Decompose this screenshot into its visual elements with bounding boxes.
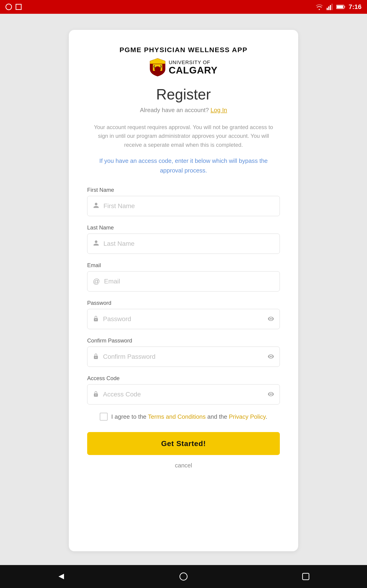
get-started-button[interactable]: Get Started! — [87, 432, 280, 455]
register-card: PGME PHYSICIAN WELLNESS APP — [69, 30, 298, 551]
last-name-label: Last Name — [87, 225, 280, 231]
first-name-label: First Name — [87, 187, 280, 193]
bottom-nav-bar — [0, 565, 367, 588]
status-bar-left-icons — [6, 4, 22, 10]
svg-rect-1 — [328, 6, 329, 10]
svg-rect-6 — [344, 6, 345, 8]
svg-point-19 — [180, 573, 187, 580]
terms-text-1: I agree to the — [111, 413, 146, 420]
terms-row: I agree to the Terms and Conditions and … — [87, 413, 280, 421]
last-name-input[interactable] — [103, 240, 274, 247]
status-bar-right-icons: 7:16 — [315, 3, 361, 10]
svg-marker-18 — [58, 574, 64, 579]
logo-text: UNIVERSITY OF CALGARY — [169, 60, 217, 75]
status-circle-icon — [6, 4, 12, 10]
status-square-icon — [16, 4, 22, 10]
logo-text-name: CALGARY — [169, 65, 217, 75]
signal-icon — [327, 4, 333, 10]
battery-icon — [336, 4, 345, 9]
password-label: Password — [87, 300, 280, 306]
at-icon-email: @ — [93, 277, 100, 285]
eye-icon-password[interactable] — [268, 315, 274, 323]
last-name-field-group: Last Name — [87, 225, 280, 254]
back-button[interactable] — [54, 570, 68, 583]
email-label: Email — [87, 262, 280, 268]
svg-rect-20 — [302, 573, 309, 580]
terms-checkbox[interactable] — [100, 413, 108, 421]
approval-info-text: Your account request requires approval. … — [90, 123, 277, 149]
confirm-password-label: Confirm Password — [87, 337, 280, 344]
already-account-text: Already have an account? — [140, 107, 209, 113]
terms-and-conditions-link[interactable]: Terms and Conditions — [148, 413, 206, 420]
svg-rect-2 — [330, 5, 331, 10]
access-code-input[interactable] — [103, 391, 268, 398]
access-code-note: If you have an access code, enter it bel… — [94, 156, 273, 175]
already-account-row: Already have an account? Log In — [140, 107, 227, 114]
register-heading: Register — [156, 86, 211, 103]
access-code-label: Access Code — [87, 375, 280, 381]
page-body: PGME PHYSICIAN WELLNESS APP — [0, 14, 367, 565]
lock-icon-access-code — [93, 390, 99, 398]
svg-rect-0 — [327, 8, 328, 10]
email-input[interactable] — [104, 278, 274, 285]
shield-icon — [149, 58, 166, 77]
email-field-group: Email @ — [87, 262, 280, 292]
recents-button[interactable] — [299, 570, 313, 583]
person-icon-firstname — [93, 202, 99, 210]
password-input-wrapper — [87, 309, 280, 329]
svg-point-14 — [270, 356, 272, 357]
confirm-password-field-group: Confirm Password — [87, 337, 280, 367]
email-input-wrapper: @ — [87, 271, 280, 292]
svg-point-17 — [270, 393, 272, 395]
svg-point-13 — [95, 357, 96, 358]
register-form: First Name Last Name — [87, 187, 280, 471]
access-code-input-wrapper — [87, 384, 280, 405]
svg-rect-7 — [154, 59, 161, 62]
person-icon-lastname — [93, 240, 99, 248]
first-name-input[interactable] — [103, 202, 274, 210]
first-name-input-wrapper — [87, 196, 280, 216]
wifi-icon — [315, 4, 323, 10]
app-title: PGME PHYSICIAN WELLNESS APP — [119, 46, 248, 54]
confirm-password-input-wrapper — [87, 346, 280, 367]
cancel-text[interactable]: cancel — [87, 462, 280, 469]
last-name-input-wrapper — [87, 233, 280, 254]
eye-icon-confirm-password[interactable] — [268, 353, 274, 360]
confirm-password-input[interactable] — [103, 353, 268, 360]
terms-period: . — [266, 413, 267, 420]
svg-rect-3 — [332, 4, 333, 10]
svg-point-10 — [95, 319, 96, 320]
lock-icon-password — [93, 315, 99, 323]
clock-time: 7:16 — [349, 3, 361, 10]
svg-point-11 — [270, 318, 272, 320]
password-field-group: Password — [87, 300, 280, 329]
access-code-field-group: Access Code — [87, 375, 280, 405]
eye-icon-access-code[interactable] — [268, 391, 274, 398]
svg-point-16 — [95, 394, 96, 395]
terms-text: I agree to the Terms and Conditions and … — [111, 413, 267, 420]
university-logo: UNIVERSITY OF CALGARY — [149, 58, 217, 77]
first-name-field-group: First Name — [87, 187, 280, 216]
password-input[interactable] — [103, 315, 268, 323]
home-button[interactable] — [177, 570, 190, 583]
terms-and-text: and the — [207, 413, 227, 420]
privacy-policy-link[interactable]: Privacy Policy — [229, 413, 266, 420]
svg-rect-5 — [337, 6, 343, 8]
lock-icon-confirm-password — [93, 353, 99, 361]
status-bar: 7:16 — [0, 0, 367, 14]
login-link[interactable]: Log In — [211, 107, 227, 113]
